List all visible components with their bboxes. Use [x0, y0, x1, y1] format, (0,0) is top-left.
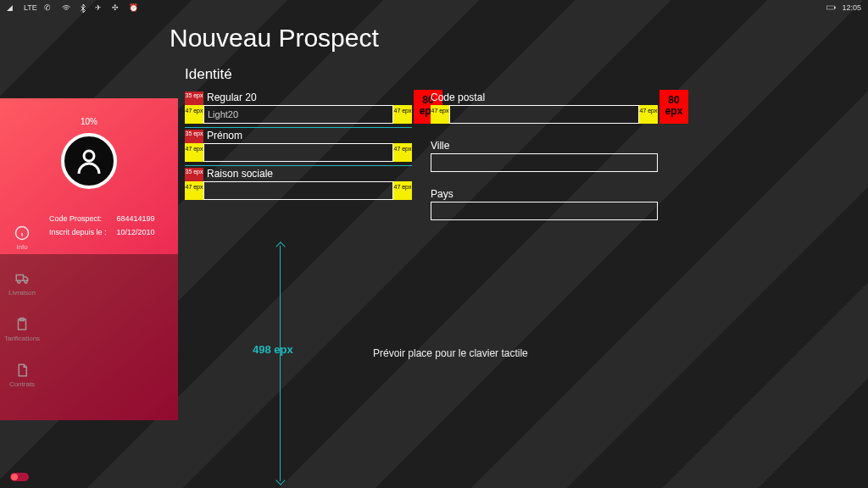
nav-info[interactable]: Info: [0, 225, 44, 251]
label-company: Raison sociale: [207, 168, 412, 180]
col-right: Code postal 47 epx 47 epx 80 epx Ville P…: [431, 92, 658, 220]
battery-icon: [826, 3, 837, 12]
input-postal[interactable]: [449, 105, 639, 124]
label-city: Ville: [431, 140, 658, 152]
section-title: Identité: [185, 66, 232, 83]
network-label: LTE: [24, 3, 37, 12]
divider: [185, 127, 412, 128]
label-postal: Code postal: [431, 92, 658, 103]
dimension-498: 498 epx: [253, 344, 293, 356]
redline-47l: 47 epx: [185, 143, 203, 162]
label-firstname: Prénom: [207, 130, 412, 141]
alarm-icon: ⏰: [129, 3, 139, 12]
toggle-chip[interactable]: [10, 473, 29, 481]
redline-80: 80 epx: [659, 90, 688, 124]
page-title: Nouveau Prospect: [170, 24, 379, 53]
form: 35 epx Regular 20 47 epx 47 epx 80 epx 3…: [185, 92, 659, 224]
input-city[interactable]: [431, 153, 658, 172]
signal-icon: ◢: [7, 3, 17, 12]
vibrate-icon: ✣: [112, 3, 122, 12]
col-left: 35 epx Regular 20 47 epx 47 epx 80 epx 3…: [185, 92, 412, 220]
redline-47r: 47 epx: [639, 105, 658, 124]
redline-47r: 47 epx: [393, 143, 412, 162]
redline-47l: 47 epx: [185, 105, 203, 124]
input-company[interactable]: [203, 181, 393, 200]
nav-info-label: Info: [16, 243, 27, 251]
label-country: Pays: [431, 188, 658, 200]
panel-shadow: [0, 254, 178, 420]
profile-info: Code Prospect:684414199 Inscrit depuis l…: [47, 211, 157, 240]
input-country[interactable]: [431, 202, 658, 220]
input-firstname[interactable]: [203, 143, 393, 162]
svg-rect-0: [827, 6, 835, 9]
status-bar: ◢ LTE ✆ ✈ ✣ ⏰ 12:05: [0, 0, 868, 15]
redline-35: 35 epx: [185, 92, 203, 105]
bluetooth-icon: [78, 3, 88, 12]
call-icon: ✆: [44, 3, 54, 12]
clock: 12:05: [842, 3, 861, 12]
divider: [185, 165, 412, 166]
progress-percent: 10%: [0, 117, 178, 126]
redline-35: 35 epx: [185, 130, 203, 143]
keyboard-hint: Prévoir place pour le clavier tactile: [373, 347, 528, 359]
redline-35: 35 epx: [185, 168, 203, 181]
svg-rect-1: [835, 7, 836, 8]
info-icon: [14, 225, 30, 241]
wifi-icon: [61, 3, 71, 12]
svg-point-2: [84, 151, 94, 161]
airplane-icon: ✈: [95, 3, 105, 12]
redline-47l: 47 epx: [185, 181, 203, 200]
redline-47l: 47 epx: [431, 105, 449, 124]
input-name[interactable]: [203, 105, 393, 124]
redline-47r: 47 epx: [393, 181, 412, 200]
avatar: [61, 133, 117, 189]
redline-47r: 47 epx: [393, 105, 412, 124]
person-icon: [74, 146, 104, 176]
dimension-line: [280, 246, 281, 481]
label-name: Regular 20: [207, 92, 412, 103]
